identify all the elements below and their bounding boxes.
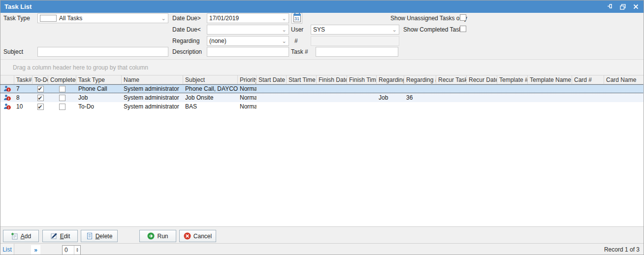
cell-todo[interactable] bbox=[32, 93, 48, 102]
column-header[interactable]: Finish Date bbox=[317, 75, 347, 84]
regarding-number-label: # bbox=[294, 37, 298, 44]
restore-icon[interactable] bbox=[619, 3, 627, 11]
regarding-combo[interactable]: (none) ⌄ bbox=[207, 36, 289, 46]
column-header[interactable]: Task Type bbox=[76, 75, 122, 84]
description-input[interactable] bbox=[207, 47, 289, 57]
cell-finish-date bbox=[317, 93, 347, 102]
title-bar: Task List bbox=[0, 0, 644, 13]
task-number-label: Task # bbox=[291, 48, 308, 55]
cell-task-type: Job bbox=[76, 93, 122, 102]
cell-completed[interactable] bbox=[48, 93, 76, 102]
task-number-input[interactable] bbox=[316, 47, 398, 57]
cell-completed[interactable] bbox=[48, 85, 76, 93]
column-header[interactable]: Start Time bbox=[287, 75, 317, 84]
cell-task-no: 10 bbox=[14, 102, 32, 111]
column-header[interactable]: Subject bbox=[183, 75, 238, 84]
cell-regarding: Job bbox=[377, 93, 404, 102]
column-header[interactable] bbox=[0, 75, 14, 84]
cell-start-time bbox=[287, 85, 317, 93]
cell-name: System administrator bbox=[122, 85, 183, 93]
column-header[interactable]: Priority bbox=[238, 75, 257, 84]
task-list-window: Task List Task Type All Tasks ⌄ Date Due… bbox=[0, 0, 644, 255]
grid-header-row: Task# To-Do Completed Task Type Name Sub… bbox=[0, 75, 644, 84]
column-header[interactable]: Start Date bbox=[257, 75, 287, 84]
cell-task-no: 7 bbox=[14, 85, 32, 93]
column-header[interactable]: Template Name bbox=[528, 75, 572, 84]
table-row[interactable]: ! 7 Phone Call System administrator Phon… bbox=[0, 84, 644, 93]
cell-priority: Normal bbox=[238, 85, 257, 93]
pin-icon[interactable] bbox=[606, 3, 614, 11]
grid-body: ! 7 Phone Call System administrator Phon… bbox=[0, 84, 644, 227]
cell-finish-date bbox=[317, 102, 347, 111]
tab-list[interactable]: List bbox=[0, 244, 14, 255]
calendar-button[interactable]: 31 bbox=[291, 13, 302, 24]
cell-regarding-no bbox=[404, 85, 436, 93]
column-header[interactable]: Regarding # bbox=[404, 75, 436, 84]
column-header[interactable]: Task# bbox=[14, 75, 32, 84]
column-header[interactable]: Card Name bbox=[604, 75, 644, 84]
column-header[interactable]: Name bbox=[122, 75, 183, 84]
subject-input[interactable] bbox=[37, 47, 168, 57]
record-count: Record 1 of 3 bbox=[604, 246, 640, 253]
delete-button[interactable]: Delete bbox=[81, 230, 118, 242]
cell-priority: Normal bbox=[238, 102, 257, 111]
show-completed-label: Show Completed Tasks bbox=[403, 26, 465, 33]
chevron-down-icon[interactable]: ⌄ bbox=[391, 25, 398, 34]
status-bar: List » 0 ▲▼ Record 1 of 3 bbox=[0, 243, 644, 255]
button-bar: Add Edit Delete Run Cancel bbox=[0, 227, 644, 243]
column-header[interactable]: Recur Task# bbox=[436, 75, 467, 84]
run-button[interactable]: Run bbox=[139, 230, 176, 242]
todo-checkbox[interactable] bbox=[37, 86, 44, 92]
close-icon[interactable] bbox=[632, 3, 640, 11]
chevron-down-icon[interactable]: ⌄ bbox=[281, 14, 288, 23]
completed-checkbox[interactable] bbox=[59, 86, 65, 92]
cell-recur-date bbox=[467, 93, 497, 102]
completed-checkbox[interactable] bbox=[59, 104, 65, 110]
task-alert-icon: ! bbox=[0, 102, 14, 111]
column-header[interactable]: Regarding bbox=[377, 75, 404, 84]
column-header[interactable]: Card # bbox=[572, 75, 604, 84]
user-value: SYS bbox=[313, 26, 325, 33]
column-header[interactable]: Template # bbox=[497, 75, 528, 84]
group-by-band[interactable]: Drag a column header here to group by th… bbox=[0, 59, 644, 75]
cell-name: System administrator bbox=[122, 93, 183, 102]
date-due-lt-combo[interactable]: ⌄ bbox=[207, 25, 289, 35]
column-header[interactable]: Recur Date bbox=[467, 75, 497, 84]
user-combo[interactable]: SYS ⌄ bbox=[311, 25, 399, 35]
column-header[interactable]: To-Do bbox=[32, 75, 48, 84]
task-type-color-swatch bbox=[40, 15, 57, 22]
completed-checkbox[interactable] bbox=[59, 95, 65, 101]
subject-label: Subject bbox=[3, 48, 23, 55]
column-header[interactable]: Finish Time bbox=[347, 75, 377, 84]
spinner-arrows-icon[interactable]: ▲▼ bbox=[74, 246, 80, 255]
chevron-down-icon[interactable]: ⌄ bbox=[281, 36, 288, 45]
chevron-down-icon[interactable]: ⌄ bbox=[281, 25, 288, 34]
task-type-combo[interactable]: All Tasks ⌄ bbox=[37, 13, 168, 23]
cell-todo[interactable] bbox=[32, 85, 48, 93]
todo-checkbox[interactable] bbox=[37, 104, 44, 110]
cell-regarding bbox=[377, 102, 404, 111]
user-label: User bbox=[291, 26, 303, 33]
record-spinner[interactable]: 0 ▲▼ bbox=[62, 245, 81, 255]
chevron-down-icon[interactable]: ⌄ bbox=[160, 14, 167, 23]
cell-todo[interactable] bbox=[32, 102, 48, 111]
column-header[interactable]: Completed bbox=[48, 75, 76, 84]
table-row[interactable]: ! 10 To-Do System administrator BAS Norm… bbox=[0, 102, 644, 111]
delete-label: Delete bbox=[96, 233, 113, 240]
show-unassigned-checkbox[interactable] bbox=[460, 14, 466, 21]
date-due-gt-combo[interactable]: 17/01/2019 ⌄ bbox=[207, 13, 289, 23]
cell-card-no bbox=[572, 102, 604, 111]
cell-template-name bbox=[528, 102, 572, 111]
spinner-value: 0 bbox=[63, 246, 74, 255]
cell-completed[interactable] bbox=[48, 102, 76, 111]
task-type-value: All Tasks bbox=[59, 15, 82, 22]
add-button[interactable]: Add bbox=[3, 230, 39, 242]
description-label: Description bbox=[172, 48, 202, 55]
overflow-chevrons-icon[interactable]: » bbox=[31, 245, 40, 255]
table-row[interactable]: ! 8 Job System administrator Job Onsite … bbox=[0, 93, 644, 102]
cell-template-name bbox=[528, 93, 572, 102]
cancel-button[interactable]: Cancel bbox=[179, 230, 216, 242]
edit-button[interactable]: Edit bbox=[42, 230, 78, 242]
todo-checkbox[interactable] bbox=[37, 95, 44, 101]
show-completed-checkbox[interactable] bbox=[460, 26, 466, 32]
